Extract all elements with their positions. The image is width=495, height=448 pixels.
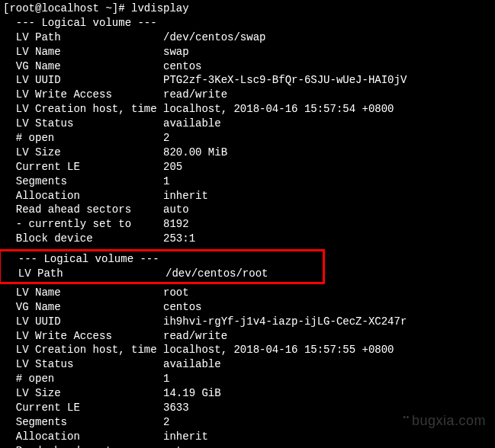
field-label: Allocation bbox=[3, 190, 157, 202]
field-label: VG Name bbox=[3, 301, 157, 313]
field-row: LV Path /dev/centos/swap bbox=[3, 30, 492, 45]
field-label: # open bbox=[3, 132, 157, 144]
field-value: read/write bbox=[163, 88, 227, 101]
field-value: available bbox=[163, 117, 221, 130]
field-label: Segments bbox=[3, 175, 157, 187]
field-value: PTG2zf-3KeX-Lsc9-BfQr-6SJU-wUeJ-HAI0jV bbox=[163, 74, 407, 86]
field-value: available bbox=[163, 358, 221, 370]
field-label: Current LE bbox=[3, 402, 157, 414]
field-row: - currently set to 8192 bbox=[3, 217, 492, 232]
field-row: LV Creation host, time localhost, 2018-0… bbox=[3, 343, 492, 357]
field-value: auto bbox=[163, 203, 189, 216]
field-label: Current LE bbox=[3, 161, 157, 173]
field-row: LV Status available bbox=[3, 357, 492, 372]
field-label: LV Write Access bbox=[3, 88, 157, 101]
field-row: Allocation inherit bbox=[3, 189, 492, 203]
field-label: LV Status bbox=[3, 117, 157, 130]
field-value: inherit bbox=[163, 430, 208, 443]
watermark-label: bugxia.com bbox=[412, 413, 486, 428]
field-value: 1 bbox=[163, 373, 169, 385]
field-value: 2 bbox=[163, 416, 169, 428]
field-row: LV UUID ih9hvi-rgYf-j1v4-iazp-ijLG-CecZ-… bbox=[3, 315, 492, 329]
field-value: auto bbox=[163, 445, 189, 448]
field-row: Block device 253:1 bbox=[3, 232, 492, 246]
field-value: 8192 bbox=[163, 218, 189, 230]
field-row: VG Name centos bbox=[3, 59, 492, 74]
field-row: VG Name centos bbox=[3, 300, 492, 315]
field-row: LV Name root bbox=[3, 286, 492, 300]
terminal-prompt-line: [root@localhost ~]# lvdisplay bbox=[3, 2, 492, 16]
field-label: Block device bbox=[3, 232, 157, 245]
field-row-highlighted: LV Path /dev/centos/root bbox=[5, 267, 318, 281]
field-label: LV Path bbox=[3, 31, 157, 43]
field-row: Segments 1 bbox=[3, 174, 492, 189]
field-row: LV Size 820.00 MiB bbox=[3, 146, 492, 160]
field-value: 3633 bbox=[163, 402, 189, 414]
field-label: LV Status bbox=[3, 358, 157, 370]
watermark-text: ••bugxia.com bbox=[403, 411, 486, 430]
field-value: /dev/centos/root bbox=[166, 267, 268, 280]
field-row: # open 2 bbox=[3, 131, 492, 146]
field-value: root bbox=[163, 286, 189, 299]
field-value: 14.19 GiB bbox=[163, 387, 221, 399]
field-value: 2 bbox=[163, 132, 169, 144]
field-value: 1 bbox=[163, 175, 169, 187]
field-label: # open bbox=[3, 373, 157, 385]
field-value: 820.00 MiB bbox=[163, 146, 227, 158]
field-label: Segments bbox=[3, 416, 157, 428]
field-row: Read ahead sectors auto bbox=[3, 203, 492, 217]
field-value: inherit bbox=[163, 190, 208, 202]
field-value: read/write bbox=[163, 330, 227, 342]
field-value: localhost, 2018-04-16 15:57:55 +0800 bbox=[163, 344, 394, 356]
field-label: Read ahead sectors bbox=[3, 203, 157, 216]
field-row: LV Name swap bbox=[3, 45, 492, 59]
field-label: VG Name bbox=[3, 60, 157, 72]
field-row: LV Creation host, time localhost, 2018-0… bbox=[3, 102, 492, 117]
lv-header: --- Logical volume --- bbox=[3, 16, 492, 30]
command-text: lvdisplay bbox=[131, 2, 189, 14]
highlighted-section: --- Logical volume --- LV Path /dev/cent… bbox=[0, 249, 325, 284]
field-label: LV Size bbox=[3, 146, 157, 158]
field-row: LV Write Access read/write bbox=[3, 88, 492, 102]
field-row: # open 1 bbox=[3, 372, 492, 386]
field-value: 205 bbox=[163, 161, 182, 173]
field-row: LV Status available bbox=[3, 117, 492, 131]
field-value: /dev/centos/swap bbox=[163, 31, 265, 43]
field-value: centos bbox=[163, 301, 201, 313]
field-label: LV Creation host, time bbox=[3, 103, 157, 115]
field-label: LV Write Access bbox=[3, 330, 157, 342]
field-row: Current LE 205 bbox=[3, 160, 492, 174]
field-label: LV Creation host, time bbox=[3, 344, 157, 356]
watermark-dots-icon: •• bbox=[403, 412, 410, 421]
field-label: Allocation bbox=[3, 430, 157, 443]
field-label: LV Path bbox=[5, 267, 159, 280]
field-value: localhost, 2018-04-16 15:57:54 +0800 bbox=[163, 103, 394, 115]
field-label: Read ahead sectors bbox=[3, 445, 157, 448]
field-label: LV Size bbox=[3, 387, 157, 399]
field-row: LV UUID PTG2zf-3KeX-Lsc9-BfQr-6SJU-wUeJ-… bbox=[3, 73, 492, 88]
field-value: swap bbox=[163, 46, 189, 58]
shell-prompt: [root@localhost ~]# bbox=[3, 2, 131, 14]
field-value: ih9hvi-rgYf-j1v4-iazp-ijLG-CecZ-XC247r bbox=[163, 315, 407, 328]
lv-header: --- Logical volume --- bbox=[5, 252, 318, 267]
field-label: LV UUID bbox=[3, 74, 157, 86]
field-row: LV Size 14.19 GiB bbox=[3, 386, 492, 401]
field-label: - currently set to bbox=[3, 218, 157, 230]
field-value: centos bbox=[163, 60, 201, 72]
field-label: LV Name bbox=[3, 286, 157, 299]
field-row: Read ahead sectors auto bbox=[3, 444, 492, 448]
field-row: Allocation inherit bbox=[3, 430, 492, 444]
field-row: LV Write Access read/write bbox=[3, 329, 492, 344]
field-value: 253:1 bbox=[163, 232, 195, 245]
field-label: LV Name bbox=[3, 46, 157, 58]
field-label: LV UUID bbox=[3, 315, 157, 328]
